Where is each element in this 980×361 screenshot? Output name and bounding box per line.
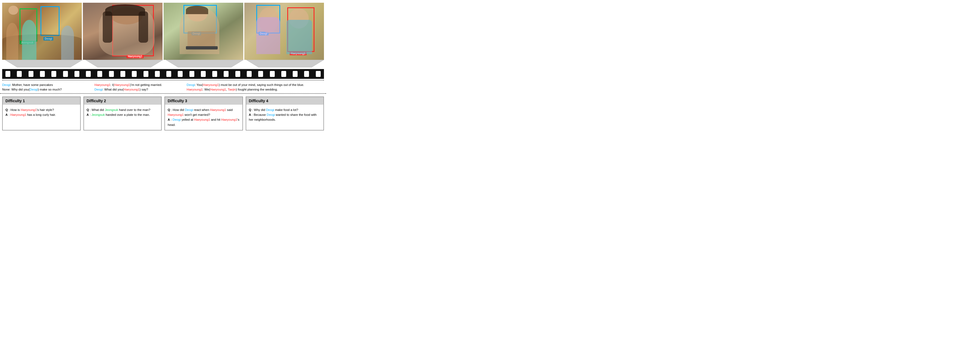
film-hole bbox=[201, 71, 206, 77]
filmstrip bbox=[2, 69, 324, 79]
a-entity-3c: Haeyoung1 bbox=[221, 118, 237, 121]
speaker-deogi-2: Deogi bbox=[94, 88, 102, 91]
film-hole bbox=[166, 71, 171, 77]
svg-marker-3 bbox=[246, 60, 324, 67]
q-entity-3b: Haeyoung1 bbox=[210, 108, 226, 111]
connector-svg bbox=[2, 60, 324, 67]
film-hole bbox=[86, 71, 91, 77]
dialogue-text-5: : You( bbox=[195, 83, 203, 86]
difficulty3-body: Q : How did Deogi react when Haeyoung1 s… bbox=[165, 105, 242, 130]
difficulty1-answer: A : Haeyoung1 has a long curly hair. bbox=[5, 112, 78, 117]
a-text-1: has a long curly hair. bbox=[26, 113, 56, 116]
film-hole bbox=[17, 71, 22, 77]
q-text-3a: : How did bbox=[170, 108, 185, 111]
dialogue-text-4: : What did you( bbox=[102, 88, 123, 91]
film-hole bbox=[304, 71, 309, 77]
q-colon-2: : What did bbox=[89, 108, 105, 111]
ref-haeyoung1-1: Haeyoung1 bbox=[114, 83, 130, 86]
q-colon-1: : How is bbox=[8, 108, 21, 111]
film-hole bbox=[270, 71, 275, 77]
scene1-frame: Jeongsuk Deogi bbox=[2, 3, 82, 60]
svg-marker-1 bbox=[85, 60, 163, 67]
dialogue-text-2: : Why did you( bbox=[10, 88, 30, 91]
difficulty-row: Difficulty 1 Q : How is Haeyoung1's hair… bbox=[0, 97, 326, 131]
film-hole bbox=[224, 71, 229, 77]
film-hole bbox=[75, 71, 80, 77]
q-entity-1: Haeyoung1 bbox=[21, 108, 37, 111]
a-label-4: A bbox=[249, 113, 251, 116]
difficulty-card-1: Difficulty 1 Q : How is Haeyoung1's hair… bbox=[2, 97, 81, 131]
ref-taejin: Taejin bbox=[228, 88, 236, 91]
difficulty2-answer: A : Jeongsuk handed over a plate to the … bbox=[87, 112, 159, 117]
difficulty4-header: Difficulty 4 bbox=[246, 97, 324, 105]
a-entity-4: Deogi bbox=[267, 113, 275, 116]
connectors-section bbox=[0, 60, 326, 67]
a-text-3a: yelled at bbox=[181, 118, 194, 121]
dialogue-text-4b: ) say? bbox=[140, 88, 148, 91]
ref-haeyoung1-4: Haeyoung1 bbox=[210, 88, 226, 91]
film-hole bbox=[178, 71, 183, 77]
dialogue-text-2b: ) make so much? bbox=[38, 88, 62, 91]
dialogue-line-5: Deogi: You(Haeyoung1) must be out of you… bbox=[187, 83, 322, 87]
film-hole bbox=[316, 71, 321, 77]
q-text-3b: react when bbox=[193, 108, 210, 111]
speaker-deogi-1: Deogi bbox=[2, 83, 10, 86]
film-hole bbox=[51, 71, 56, 77]
dialogue-block-1: Deogi: Mother, have some pancakes None: … bbox=[2, 83, 94, 92]
svg-marker-0 bbox=[5, 60, 83, 67]
dialogue-text-6c: ) fought planning the wedding. bbox=[236, 88, 278, 91]
difficulty4-answer: A : Because Deogi wanted to share the fo… bbox=[249, 112, 321, 122]
q-label-3: Q bbox=[168, 108, 170, 111]
film-hole bbox=[40, 71, 45, 77]
dialogue-block-2: Haeyoung1: I(Haeyoung1)'m not getting ma… bbox=[94, 83, 186, 92]
a-colon-2: : bbox=[89, 113, 92, 116]
dialogue-line-3: Haeyoung1: I(Haeyoung1)'m not getting ma… bbox=[94, 83, 184, 87]
dialogue-line-6: Haeyoung1: We(Haeyoung1, Taejin) fought … bbox=[187, 87, 322, 92]
q-entity-2: Jeongsuk bbox=[105, 108, 118, 111]
film-hole bbox=[120, 71, 125, 77]
a-entity-1: Haeyoung1 bbox=[10, 113, 26, 116]
speaker-haeyoung1-1: Haeyoung1 bbox=[94, 83, 110, 86]
speaker-none: None bbox=[2, 88, 10, 91]
dialogue-line-2: None: Why did you(Deogi) make so much? bbox=[2, 87, 92, 92]
dotted-separator-top bbox=[2, 80, 324, 81]
film-hole bbox=[258, 71, 263, 77]
q-text-4a: : Why did bbox=[251, 108, 266, 111]
difficulty1-body: Q : How is Haeyoung1's hair style? A : H… bbox=[3, 105, 80, 120]
a-entity-3a: Deogi bbox=[173, 118, 181, 121]
a-colon-1: : bbox=[8, 113, 10, 116]
images-row: Jeongsuk Deogi Haeyoung1 Deogi bbox=[0, 0, 326, 60]
difficulty1-header: Difficulty 1 bbox=[3, 97, 80, 105]
film-hole bbox=[97, 71, 102, 77]
dialogue-text-3: : I( bbox=[110, 83, 114, 86]
difficulty1-question: Q : How is Haeyoung1's hair style? bbox=[5, 107, 78, 112]
difficulty4-question: Q : Why did Deogi make food a lot? bbox=[249, 107, 321, 112]
difficulty-card-3: Difficulty 3 Q : How did Deogi react whe… bbox=[164, 97, 243, 131]
a-entity-2: Jeongsuk bbox=[91, 113, 105, 116]
filmstrip-section bbox=[0, 69, 326, 79]
ref-haeyoung1-2: Haeyoung1 bbox=[124, 88, 140, 91]
speaker-deogi-3: Deogi bbox=[187, 83, 195, 86]
difficulty3-question: Q : How did Deogi react when Haeyoung1 s… bbox=[168, 107, 240, 118]
dialogue-text-6: : We( bbox=[203, 88, 210, 91]
difficulty2-question: Q : What did Jeongsuk hand over to the m… bbox=[87, 107, 159, 112]
film-hole bbox=[235, 71, 240, 77]
film-hole bbox=[63, 71, 68, 77]
difficulty3-header: Difficulty 3 bbox=[165, 97, 242, 105]
a-label-2: A bbox=[87, 113, 89, 116]
difficulty-card-4: Difficulty 4 Q : Why did Deogi make food… bbox=[246, 97, 324, 131]
film-hole bbox=[247, 71, 252, 77]
dialogue-line-4: Deogi: What did you(Haeyoung1) say? bbox=[94, 87, 184, 92]
a-colon-3: : bbox=[170, 118, 173, 121]
scene2-frame: Haeyoung1 bbox=[83, 3, 162, 60]
q-entity-3a: Deogi bbox=[185, 108, 193, 111]
q-text-2: hand over to the man? bbox=[118, 108, 150, 111]
difficulty2-body: Q : What did Jeongsuk hand over to the m… bbox=[84, 105, 161, 120]
q-text-3c: said bbox=[226, 108, 232, 111]
ref-deogi-1: Deogi bbox=[30, 88, 38, 91]
a-colon-4: : Because bbox=[251, 113, 267, 116]
q-text-3d: won't get married? bbox=[184, 113, 210, 116]
difficulty3-answer: A : Deogi yelled at Haeyoung1 and hit Ha… bbox=[168, 117, 240, 127]
dialogue-text-3b: )'m not getting married. bbox=[130, 83, 162, 86]
svg-marker-2 bbox=[166, 60, 243, 67]
